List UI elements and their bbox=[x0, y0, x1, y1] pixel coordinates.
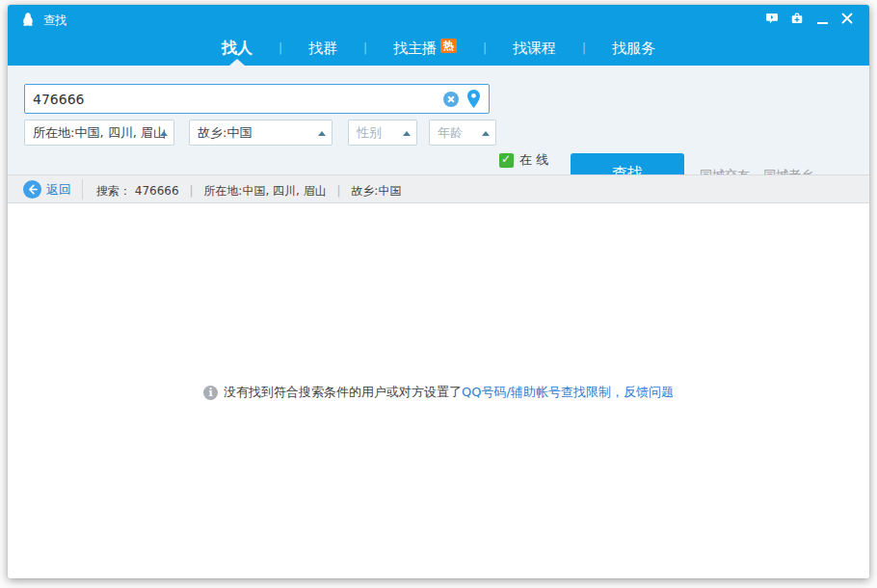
search-summary: 搜索： 476666 | 所在地:中国, 四川, 眉山 | 故乡:中国 bbox=[96, 183, 401, 200]
find-tabs: 找人 | 找群 | 找主播 热 | 找课程 | 找服务 bbox=[8, 31, 869, 66]
tab-label: 找主播 bbox=[393, 40, 437, 58]
tab-separator: | bbox=[363, 41, 367, 55]
minimize-button[interactable] bbox=[810, 11, 835, 28]
results-area: i 没有找到符合搜索条件的用户或对方设置了 QQ号码/辅助帐号查找限制 ， 反馈… bbox=[8, 204, 869, 578]
back-arrow-icon bbox=[23, 180, 41, 199]
summary-location: 所在地:中国, 四川, 眉山 bbox=[203, 184, 326, 198]
tab-find-group[interactable]: 找群 bbox=[308, 31, 337, 66]
summary-separator: | bbox=[336, 184, 340, 198]
security-kit-button[interactable] bbox=[784, 11, 810, 28]
checkbox-online[interactable]: 在 线 bbox=[499, 151, 548, 169]
tab-find-course[interactable]: 找课程 bbox=[513, 31, 556, 66]
tab-find-service[interactable]: 找服务 bbox=[612, 31, 655, 66]
tab-separator: | bbox=[279, 41, 282, 55]
tab-label: 找服务 bbox=[612, 40, 655, 58]
link-feedback-issue[interactable]: 反馈问题 bbox=[624, 384, 674, 401]
result-bar: 返回 搜索： 476666 | 所在地:中国, 四川, 眉山 | 故乡:中国 bbox=[8, 174, 869, 203]
dropdown-gender-value: 性别 bbox=[357, 125, 382, 140]
clear-input-icon[interactable] bbox=[443, 92, 459, 107]
summary-query: 476666 bbox=[135, 184, 179, 198]
checkbox-online-label: 在 线 bbox=[519, 151, 548, 169]
tab-label: 找群 bbox=[308, 40, 337, 58]
summary-label: 搜索： bbox=[96, 184, 131, 198]
empty-message: i 没有找到符合搜索条件的用户或对方设置了 QQ号码/辅助帐号查找限制 ， 反馈… bbox=[8, 384, 869, 401]
message-comma: ， bbox=[611, 384, 624, 401]
chevron-up-icon bbox=[482, 131, 490, 136]
dropdown-location-value: 所在地:中国, 四川, 眉山 bbox=[33, 125, 166, 140]
kit-plus-icon bbox=[790, 11, 804, 29]
tab-label: 找课程 bbox=[513, 40, 556, 58]
find-window: 查找 bbox=[8, 5, 869, 578]
location-pin-icon[interactable] bbox=[466, 90, 481, 108]
tab-separator: | bbox=[582, 41, 586, 55]
tab-label: 找人 bbox=[222, 39, 252, 59]
tab-separator: | bbox=[483, 41, 487, 55]
speech-bubble-icon bbox=[765, 11, 779, 29]
link-qq-search-limit[interactable]: QQ号码/辅助帐号查找限制 bbox=[462, 384, 611, 401]
titlebar: 查找 bbox=[8, 5, 869, 32]
summary-hometown: 故乡:中国 bbox=[351, 184, 401, 198]
search-input-wrap bbox=[24, 84, 490, 114]
tab-find-livestream[interactable]: 找主播 热 bbox=[393, 31, 457, 66]
info-icon: i bbox=[203, 386, 218, 400]
window-title: 查找 bbox=[43, 13, 66, 29]
close-button[interactable] bbox=[835, 11, 860, 28]
chevron-up-icon bbox=[318, 131, 326, 136]
dropdown-gender[interactable]: 性别 bbox=[348, 120, 417, 146]
search-panel: 所在地:中国, 四川, 眉山 故乡:中国 性别 年龄 在 线 摄像头 bbox=[8, 66, 869, 174]
dropdown-location[interactable]: 所在地:中国, 四川, 眉山 bbox=[24, 120, 174, 146]
dropdown-hometown[interactable]: 故乡:中国 bbox=[189, 120, 332, 146]
back-button[interactable]: 返回 bbox=[23, 180, 71, 199]
divider bbox=[82, 179, 83, 200]
dropdown-hometown-value: 故乡:中国 bbox=[198, 125, 252, 140]
hot-badge: 热 bbox=[440, 39, 457, 53]
tab-find-person[interactable]: 找人 bbox=[222, 31, 252, 66]
close-icon bbox=[840, 11, 854, 29]
chevron-up-icon bbox=[160, 131, 168, 136]
dropdown-age-value: 年龄 bbox=[438, 125, 463, 140]
minimize-icon bbox=[817, 22, 828, 24]
window-header: 查找 bbox=[8, 5, 869, 66]
dropdown-age[interactable]: 年龄 bbox=[429, 120, 496, 146]
checkbox-checked-icon bbox=[499, 153, 514, 168]
feedback-button[interactable] bbox=[759, 11, 784, 28]
back-label: 返回 bbox=[46, 181, 71, 199]
empty-message-text: 没有找到符合搜索条件的用户或对方设置了 bbox=[224, 384, 462, 401]
qq-penguin-icon bbox=[20, 12, 36, 27]
summary-separator: | bbox=[189, 184, 193, 198]
chevron-up-icon bbox=[403, 131, 411, 136]
active-tab-pointer bbox=[229, 59, 245, 66]
search-input[interactable] bbox=[33, 86, 438, 112]
